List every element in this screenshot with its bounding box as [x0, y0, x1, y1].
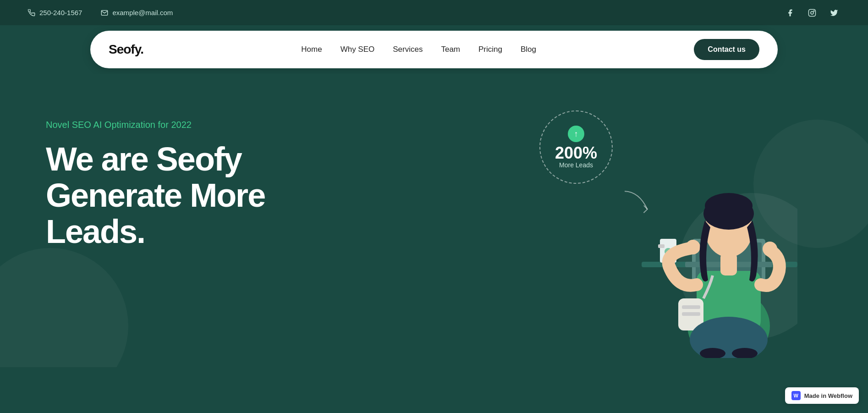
hero-title: We are Seofy Generate More Leads.: [46, 141, 330, 250]
nav-item-blog[interactable]: Blog: [521, 45, 536, 54]
svg-point-2: [813, 11, 814, 11]
nav-item-pricing[interactable]: Pricing: [478, 45, 502, 54]
nav-wrapper: Seofy. Home Why SEO Services Team Pricin…: [0, 25, 868, 74]
phone-item: 250-240-1567: [27, 9, 82, 17]
person-illustration: [605, 129, 797, 358]
top-bar: 250-240-1567 example@mail.com: [0, 0, 868, 25]
nav-item-why-seo[interactable]: Why SEO: [341, 45, 375, 54]
social-links: [784, 6, 841, 19]
phone-number: 250-240-1567: [39, 9, 82, 17]
webflow-w-icon: W: [791, 391, 801, 400]
stats-arrow-icon: [568, 126, 584, 142]
svg-rect-6: [658, 244, 665, 248]
hero-title-line2: Generate More: [46, 177, 265, 214]
nav-link-blog[interactable]: Blog: [521, 45, 536, 54]
email-item: example@mail.com: [100, 9, 173, 17]
hero-section: Novel SEO AI Optimization for 2022 We ar…: [0, 74, 868, 367]
logo[interactable]: Seofy.: [109, 42, 143, 57]
contact-us-button[interactable]: Contact us: [694, 39, 759, 60]
svg-point-15: [763, 242, 777, 256]
nav-link-team[interactable]: Team: [441, 45, 460, 54]
svg-point-14: [686, 240, 700, 254]
svg-rect-21: [682, 305, 700, 309]
navbar: Seofy. Home Why SEO Services Team Pricin…: [90, 31, 778, 68]
stats-percent: 200%: [555, 145, 597, 161]
stats-badge: 200% More Leads: [539, 110, 613, 184]
nav-link-pricing[interactable]: Pricing: [478, 45, 502, 54]
svg-point-19: [705, 193, 753, 219]
stats-label: More Leads: [559, 161, 593, 169]
nav-item-home[interactable]: Home: [301, 45, 322, 54]
webflow-badge[interactable]: W Made in Webflow: [785, 387, 859, 404]
hero-subtitle: Novel SEO AI Optimization for 2022: [46, 120, 330, 130]
nav-item-services[interactable]: Services: [393, 45, 423, 54]
stats-circle: 200% More Leads: [539, 110, 613, 184]
svg-point-1: [811, 11, 813, 14]
email-address: example@mail.com: [112, 9, 173, 17]
mail-icon: [100, 9, 109, 17]
svg-rect-0: [809, 9, 816, 16]
hero-title-line1: We are Seofy: [46, 141, 242, 177]
hero-title-line3: Leads.: [46, 213, 145, 250]
hero-illustration: 200% More Leads: [330, 101, 822, 358]
nav-link-why-seo[interactable]: Why SEO: [341, 45, 375, 54]
top-bar-contact: 250-240-1567 example@mail.com: [27, 9, 173, 17]
nav-item-team[interactable]: Team: [441, 45, 460, 54]
webflow-label: Made in Webflow: [804, 392, 852, 399]
nav-link-home[interactable]: Home: [301, 45, 322, 54]
svg-rect-22: [682, 312, 700, 316]
nav-link-services[interactable]: Services: [393, 45, 423, 54]
nav-links: Home Why SEO Services Team Pricing Blog: [301, 45, 536, 54]
twitter-icon[interactable]: [828, 6, 841, 19]
hero-content: Novel SEO AI Optimization for 2022 We ar…: [46, 101, 330, 250]
instagram-icon[interactable]: [806, 6, 819, 19]
phone-icon: [27, 9, 36, 17]
facebook-icon[interactable]: [784, 6, 797, 19]
